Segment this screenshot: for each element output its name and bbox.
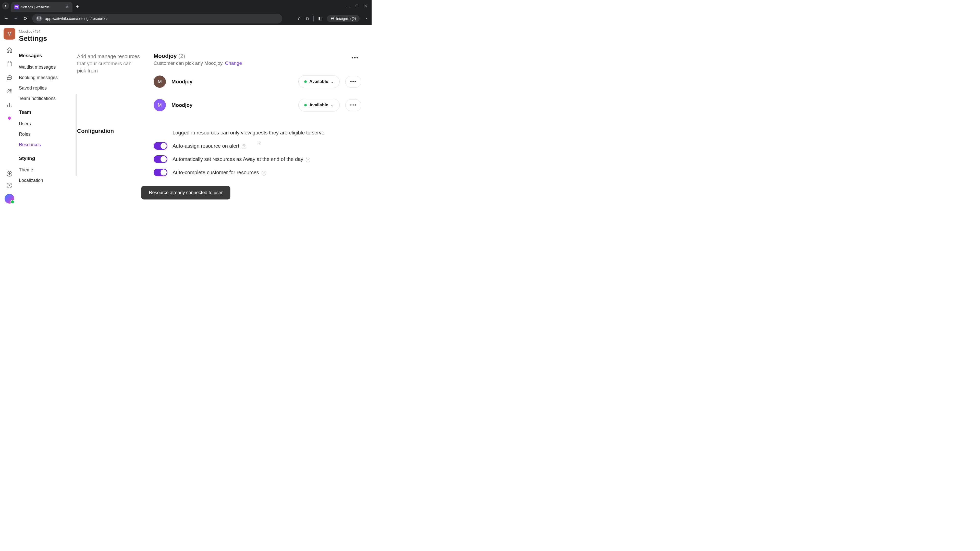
new-tab-button[interactable]: + — [76, 4, 79, 10]
resource-group-menu-button[interactable]: ••• — [349, 53, 361, 62]
resource-name: Moodjoy — [172, 79, 293, 85]
resource-avatar: M — [154, 99, 166, 111]
incognito-icon: 🕶 — [331, 17, 334, 21]
close-window-button[interactable]: ✕ — [364, 4, 367, 8]
resource-group-name: Moodjoy — [154, 53, 177, 59]
app-root: M Moodjoy7434 Settings Messages Waitlist… — [0, 25, 372, 208]
reload-button[interactable]: ⟳ — [22, 16, 29, 21]
config-toggle[interactable] — [154, 156, 167, 163]
window-controls: — ❐ ✕ — [347, 4, 372, 8]
chat-icon[interactable] — [6, 74, 13, 81]
browser-toolbar: ← → ⟳ ⋮⋮ app.waitwhile.com/settings/reso… — [0, 12, 372, 25]
forward-button[interactable]: → — [13, 16, 19, 21]
left-column: Add and manage resources that your custo… — [77, 53, 142, 208]
svg-point-4 — [8, 89, 10, 91]
maximize-button[interactable]: ❐ — [355, 4, 359, 8]
browser-menu-button[interactable]: ⋮ — [364, 16, 369, 21]
toast-notification: Resource already connected to user — [141, 186, 230, 200]
resource-name: Moodjoy — [172, 102, 293, 108]
config-label: Auto-complete customer for resources ? — [172, 170, 266, 176]
svg-rect-0 — [7, 62, 12, 66]
nav-users[interactable]: Users — [19, 119, 77, 129]
status-label: Available — [309, 79, 328, 84]
titlebar: ▾ W Settings | Waitwhile ✕ + — ❐ ✕ — [0, 0, 372, 12]
config-row: Auto-complete customer for resources ? — [154, 168, 361, 176]
config-label: Auto-assign resource on alert ? — [172, 143, 246, 149]
config-row: Auto-assign resource on alert ? — [154, 142, 361, 150]
nav-booking-messages[interactable]: Booking messages — [19, 73, 77, 83]
tabs-dropdown-button[interactable]: ▾ — [2, 2, 9, 10]
nav-section-styling: Styling — [19, 156, 77, 161]
site-info-icon[interactable]: ⋮⋮ — [36, 16, 42, 21]
right-column: Moodjoy (2) Customer can pick any Moodjo… — [154, 53, 361, 208]
status-dropdown[interactable]: Available ⌄ — [298, 75, 340, 88]
nav-theme[interactable]: Theme — [19, 165, 77, 175]
tab-favicon-icon: W — [14, 5, 19, 9]
nav-saved-replies[interactable]: Saved replies — [19, 83, 77, 94]
change-link[interactable]: Change — [225, 60, 242, 66]
url-text: app.waitwhile.com/settings/resources — [45, 16, 108, 21]
resource-menu-button[interactable]: ••• — [345, 76, 361, 88]
config-row: Automatically set resources as Away at t… — [154, 156, 361, 163]
config-label: Logged-in resources can only view guests… — [172, 130, 325, 136]
tab-close-button[interactable]: ✕ — [65, 5, 69, 10]
page-title: Settings — [19, 35, 77, 43]
nav-team-notifications[interactable]: Team notifications — [19, 94, 77, 104]
status-dot-icon — [304, 80, 307, 83]
help-icon[interactable] — [6, 182, 13, 189]
tab-title: Settings | Waitwhile — [21, 5, 63, 9]
bolt-icon[interactable] — [6, 170, 13, 177]
nav-roles[interactable]: Roles — [19, 129, 77, 140]
resource-row: M Moodjoy Available ⌄ ••• — [154, 99, 361, 111]
resource-group-title: Moodjoy (2) — [154, 53, 242, 59]
user-avatar[interactable] — [5, 194, 14, 203]
incognito-badge[interactable]: 🕶 Incognito (2) — [327, 15, 360, 22]
nav-section-team: Team — [19, 110, 77, 115]
svg-point-5 — [10, 89, 11, 91]
status-label: Available — [309, 103, 328, 108]
bookmark-star-icon[interactable]: ☆ — [298, 16, 301, 21]
incognito-label: Incognito (2) — [336, 17, 356, 21]
nav-waitlist-messages[interactable]: Waitlist messages — [19, 62, 77, 73]
org-avatar[interactable]: M — [3, 28, 15, 40]
resource-row: M Moodjoy Available ⌄ ••• — [154, 75, 361, 88]
svg-point-7 — [7, 171, 12, 176]
settings-gear-icon[interactable] — [6, 116, 13, 122]
resource-group-header: Moodjoy (2) Customer can pick any Moodjo… — [154, 53, 361, 66]
config-label: Automatically set resources as Away at t… — [172, 156, 310, 162]
nav-localization[interactable]: Localization — [19, 175, 77, 186]
nav-resources[interactable]: Resources — [19, 140, 77, 150]
org-name: Moodjoy7434 — [19, 29, 77, 33]
configuration-heading: Configuration — [77, 128, 142, 135]
svg-point-1 — [8, 77, 9, 78]
help-tooltip-icon[interactable]: ? — [242, 144, 246, 149]
nav-rail: M — [0, 25, 19, 208]
extensions-icon[interactable]: ⧉ — [306, 16, 309, 21]
calendar-icon[interactable] — [6, 60, 13, 67]
minimize-button[interactable]: — — [347, 4, 350, 8]
resource-group-subtitle: Customer can pick any Moodjoy. Change — [154, 60, 242, 66]
status-dropdown[interactable]: Available ⌄ — [298, 99, 340, 111]
browser-tab[interactable]: W Settings | Waitwhile ✕ — [11, 2, 73, 12]
resource-menu-button[interactable]: ••• — [345, 99, 361, 111]
section-description: Add and manage resources that your custo… — [77, 53, 142, 74]
home-icon[interactable] — [6, 47, 13, 53]
status-dot-icon — [304, 104, 307, 106]
help-tooltip-icon[interactable]: ? — [306, 158, 310, 162]
config-row: Logged-in resources can only view guests… — [154, 129, 361, 137]
configuration-list: Logged-in resources can only view guests… — [154, 129, 361, 176]
browser-chrome: ▾ W Settings | Waitwhile ✕ + — ❐ ✕ ← → ⟳… — [0, 0, 372, 25]
config-toggle[interactable] — [154, 142, 167, 150]
chevron-down-icon: ⌄ — [331, 103, 334, 107]
settings-sidebar: Moodjoy7434 Settings Messages Waitlist m… — [19, 25, 77, 208]
back-button[interactable]: ← — [3, 16, 9, 21]
help-tooltip-icon[interactable]: ? — [262, 171, 266, 176]
config-toggle[interactable] — [154, 168, 167, 176]
side-panel-icon[interactable]: ◧ — [318, 16, 322, 21]
resource-group-subtitle-text: Customer can pick any Moodjoy. — [154, 60, 225, 66]
users-icon[interactable] — [6, 88, 13, 95]
resource-avatar: M — [154, 76, 166, 88]
main-content: Add and manage resources that your custo… — [77, 25, 372, 208]
analytics-icon[interactable] — [6, 102, 13, 108]
address-bar[interactable]: ⋮⋮ app.waitwhile.com/settings/resources — [32, 14, 282, 24]
